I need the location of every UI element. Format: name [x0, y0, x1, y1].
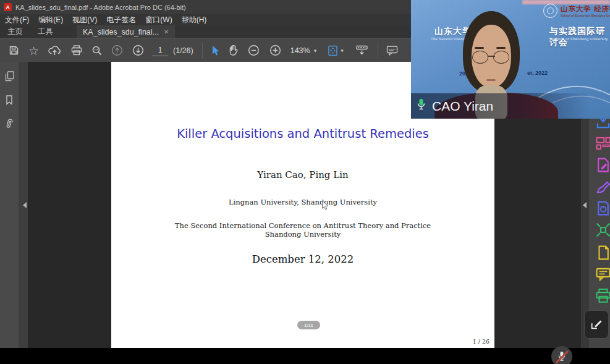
- slide-affiliations: Lingnan University, Shandong University: [111, 198, 494, 206]
- attachments-icon[interactable]: [2, 117, 15, 133]
- menu-item-edit[interactable]: 编辑(E): [38, 15, 63, 25]
- select-tool-icon[interactable]: [211, 45, 219, 56]
- zoom-out-icon[interactable]: [248, 44, 260, 56]
- close-icon[interactable]: ✕: [164, 28, 169, 35]
- participant-glasses-bridge: [488, 56, 495, 57]
- mouse-cursor-icon: [321, 200, 329, 213]
- participant-glasses: [493, 51, 509, 64]
- participant-video[interactable]: 山东大学 经济学院 School of Economics Shandong U…: [411, 0, 610, 119]
- zoom-level-value[interactable]: 143%: [290, 46, 310, 55]
- slide-date: December 12, 2022: [111, 253, 494, 265]
- slide-progress-badge: 1/11: [297, 321, 320, 329]
- share-upload-icon[interactable]: [48, 45, 61, 56]
- participant-glasses: [472, 51, 488, 64]
- backdrop-banner-en-right: Practice of Shandong University: [549, 37, 608, 41]
- next-page-icon[interactable]: [132, 44, 144, 56]
- slide-authors: Yiran Cao, Ping Lin: [111, 169, 494, 180]
- collapse-right-panel-icon[interactable]: [583, 202, 587, 208]
- bookmarks-icon[interactable]: [4, 95, 14, 108]
- toolbar-position-icon[interactable]: [355, 45, 368, 56]
- search-icon[interactable]: [91, 45, 103, 56]
- previous-page-icon[interactable]: [111, 44, 123, 56]
- slide-conference-line2: Shandong University: [111, 230, 494, 239]
- university-logo-subtitle: School of Economics Shandong University: [561, 14, 603, 17]
- page-thumbnails-icon[interactable]: [4, 70, 15, 85]
- tab-home[interactable]: 主页: [0, 25, 30, 38]
- participant-eyebrow: [475, 47, 484, 49]
- save-icon[interactable]: [9, 45, 19, 56]
- slide-title: Killer Acquisitions and Antitrust Remedi…: [111, 127, 494, 141]
- page-fit-dropdown-icon[interactable]: ▾: [341, 48, 344, 54]
- page-template-icon[interactable]: [595, 245, 610, 261]
- tab-document[interactable]: KA_slides_sdu_final... ✕: [77, 25, 175, 38]
- tab-document-label: KA_slides_sdu_final...: [83, 28, 159, 36]
- meeting-bottom-bar: [0, 348, 610, 364]
- slide-page-number: 1 / 26: [473, 338, 489, 345]
- participant-name-bar: CAO Yiran: [411, 93, 610, 119]
- tab-tools[interactable]: 工具: [30, 25, 61, 38]
- star-icon[interactable]: ☆: [28, 44, 39, 57]
- backdrop-date-right: er, 2022: [527, 70, 548, 76]
- zoom-in-icon[interactable]: [269, 44, 281, 56]
- participant-name: CAO Yiran: [432, 99, 493, 114]
- comment-icon[interactable]: [386, 45, 398, 56]
- print-icon[interactable]: [71, 45, 82, 56]
- acrobat-window: A KA_slides_sdu_final.pdf - Adobe Acroba…: [0, 0, 610, 364]
- slide-conference: The Second International Conference on A…: [111, 221, 494, 239]
- mic-on-icon: [416, 98, 426, 114]
- organize-pages-icon[interactable]: [595, 135, 610, 151]
- page-total-label: (1/26): [173, 46, 193, 55]
- menu-item-esign[interactable]: 电子签名: [106, 15, 136, 25]
- hand-tool-icon[interactable]: [228, 44, 239, 56]
- left-navigation-rail: [0, 62, 19, 348]
- university-seal-icon: [543, 4, 557, 18]
- slide-conference-line1: The Second International Conference on A…: [111, 221, 494, 230]
- zoom-dropdown-icon[interactable]: ▾: [314, 48, 317, 54]
- acrobat-logo-icon: A: [4, 3, 12, 11]
- edit-pdf-icon[interactable]: [595, 157, 610, 173]
- pen-annotate-icon: [590, 318, 603, 331]
- mic-mute-button[interactable]: [551, 346, 572, 364]
- print-production-icon[interactable]: [595, 288, 610, 304]
- convert-pdf-icon[interactable]: [595, 200, 610, 216]
- annotate-button[interactable]: [584, 310, 609, 339]
- menu-item-help[interactable]: 帮助(H): [182, 15, 207, 25]
- participant-eyebrow: [496, 47, 506, 49]
- combine-files-icon[interactable]: [595, 222, 610, 238]
- page-number-input[interactable]: [152, 44, 168, 56]
- participant-mouth: [486, 79, 496, 81]
- collapse-left-panel-icon[interactable]: [23, 202, 27, 208]
- menu-item-view[interactable]: 视图(V): [72, 15, 97, 25]
- comment-tool-icon[interactable]: [595, 266, 610, 282]
- menu-item-file[interactable]: 文件(F): [5, 15, 29, 25]
- fill-sign-icon[interactable]: [595, 179, 610, 195]
- university-logo-title: 山东大学 经济学院: [561, 4, 609, 14]
- window-title: KA_slides_sdu_final.pdf - Adobe Acrobat …: [15, 4, 186, 11]
- page-fit-icon[interactable]: [327, 45, 339, 56]
- menu-item-window[interactable]: 窗口(W): [145, 15, 172, 25]
